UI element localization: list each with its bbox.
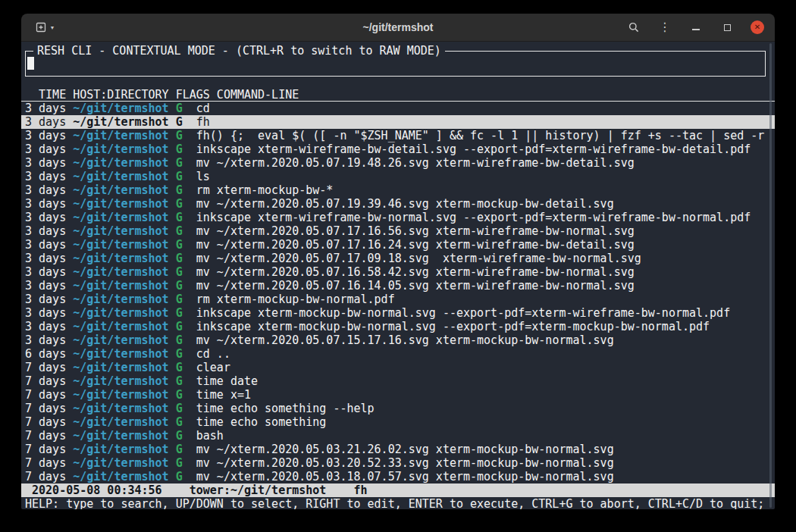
row-flags: G: [176, 443, 183, 456]
row-command: inkscape xterm-wireframe-bw-detail.svg -…: [183, 142, 751, 156]
history-row[interactable]: 3 days ~/git/termshot G mv ~/xterm.2020.…: [21, 156, 775, 170]
search-input[interactable]: RESH CLI - CONTEXTUAL MODE - (CTRL+R to …: [25, 51, 766, 77]
history-row[interactable]: 7 days ~/git/termshot G mv ~/xterm.2020.…: [21, 470, 775, 483]
row-gap: [169, 333, 176, 347]
history-row[interactable]: 3 days ~/git/termshot G mv ~/xterm.2020.…: [21, 197, 775, 211]
row-gap: [169, 361, 176, 374]
row-gap: [169, 170, 176, 183]
menu-button[interactable]: ⋮: [657, 18, 672, 36]
row-directory: ~/git/termshot: [73, 402, 168, 415]
history-row[interactable]: 3 days ~/git/termshot G mv ~/xterm.2020.…: [21, 238, 775, 252]
terminal-content[interactable]: RESH CLI - CONTEXTUAL MODE - (CTRL+R to …: [21, 42, 775, 509]
row-flags: G: [176, 347, 183, 361]
row-flags: G: [176, 361, 183, 374]
row-gap: [169, 443, 176, 456]
history-row[interactable]: 3 days ~/git/termshot G ls: [21, 170, 775, 183]
close-button[interactable]: ✕: [751, 20, 764, 34]
row-time: 7 days: [25, 470, 73, 483]
row-time: 3 days: [25, 252, 73, 265]
row-directory: ~/git/termshot: [73, 238, 168, 252]
history-row[interactable]: 6 days ~/git/termshot G cd ..: [21, 347, 775, 361]
search-button[interactable]: [626, 18, 641, 36]
history-row[interactable]: 3 days ~/git/termshot G fh() {; eval $( …: [21, 129, 775, 142]
history-header: TIME HOST:DIRECTORY FLAGS COMMAND-LINE: [21, 88, 775, 102]
row-directory: ~/git/termshot: [73, 456, 168, 470]
row-command: mv ~/xterm.2020.05.03.21.26.02.svg xterm…: [183, 443, 614, 456]
close-icon: ✕: [754, 23, 760, 31]
history-row[interactable]: 3 days ~/git/termshot G mv ~/xterm.2020.…: [21, 333, 775, 347]
row-flags: G: [176, 388, 183, 402]
row-flags: G: [176, 183, 183, 197]
scrollbar[interactable]: [769, 43, 772, 508]
minimize-button[interactable]: [688, 18, 704, 36]
row-command: mv ~/xterm.2020.05.07.19.39.46.svg xterm…: [183, 197, 614, 211]
row-command: mv ~/xterm.2020.05.07.16.58.42.svg xterm…: [183, 265, 635, 279]
restore-button[interactable]: [719, 18, 735, 36]
status-bar: 2020-05-08 00:34:56 tower:~/git/termshot…: [21, 483, 775, 497]
row-gap: [169, 183, 176, 197]
history-row[interactable]: 3 days ~/git/termshot G rm xterm-mockup-…: [21, 183, 775, 197]
row-directory: ~/git/termshot: [73, 129, 168, 142]
history-rows: 3 days ~/git/termshot G cd3 days ~/git/t…: [21, 102, 775, 483]
row-directory: ~/git/termshot: [73, 279, 168, 293]
row-command: mv ~/xterm.2020.05.07.16.14.05.svg xterm…: [183, 279, 635, 293]
row-flags: G: [176, 279, 183, 293]
row-gap: [169, 115, 176, 129]
history-row[interactable]: 7 days ~/git/termshot G time x=1: [21, 388, 775, 402]
row-gap: [169, 265, 176, 279]
row-time: 6 days: [25, 347, 73, 361]
new-tab-button[interactable]: ▼: [32, 18, 58, 36]
history-row[interactable]: 3 days ~/git/termshot G inkscape xterm-m…: [21, 306, 775, 320]
history-row[interactable]: 3 days ~/git/termshot G cd: [21, 102, 775, 115]
row-time: 7 days: [25, 361, 73, 374]
row-command: mv ~/xterm.2020.05.03.20.52.33.svg xterm…: [183, 456, 614, 470]
row-time: 7 days: [25, 402, 73, 415]
history-row[interactable]: 7 days ~/git/termshot G clear: [21, 361, 775, 374]
row-command: rm xterm-mockup-bw-*: [183, 183, 334, 197]
row-directory: ~/git/termshot: [73, 415, 168, 429]
row-gap: [169, 306, 176, 320]
row-time: 3 days: [25, 211, 73, 224]
row-flags: G: [176, 142, 183, 156]
history-row[interactable]: 3 days ~/git/termshot G inkscape xterm-w…: [21, 211, 775, 224]
history-row-selected[interactable]: 3 days ~/git/termshot G fh: [21, 115, 775, 129]
row-gap: [169, 238, 176, 252]
row-directory: ~/git/termshot: [73, 333, 168, 347]
row-directory: ~/git/termshot: [73, 347, 168, 361]
history-row[interactable]: 3 days ~/git/termshot G inkscape xterm-w…: [21, 142, 775, 156]
blank-line: [21, 77, 775, 88]
titlebar[interactable]: ▼ ~/git/termshot ⋮: [21, 14, 775, 42]
row-gap: [169, 320, 176, 333]
history-row[interactable]: 7 days ~/git/termshot G bash: [21, 429, 775, 443]
history-row[interactable]: 3 days ~/git/termshot G mv ~/xterm.2020.…: [21, 279, 775, 293]
row-directory: ~/git/termshot: [73, 443, 168, 456]
history-row[interactable]: 3 days ~/git/termshot G rm xterm-mockup-…: [21, 293, 775, 306]
row-time: 7 days: [25, 443, 73, 456]
history-row[interactable]: 7 days ~/git/termshot G time echo someth…: [21, 415, 775, 429]
row-time: 3 days: [25, 306, 73, 320]
row-gap: [169, 429, 176, 443]
row-gap: [169, 279, 176, 293]
row-command: fh() {; eval $( ([ -n "$ZSH_NAME" ] && f…: [183, 129, 765, 142]
history-row[interactable]: 3 days ~/git/termshot G inkscape xterm-m…: [21, 320, 775, 333]
history-row[interactable]: 7 days ~/git/termshot G time echo someth…: [21, 402, 775, 415]
row-gap: [169, 374, 176, 388]
history-row[interactable]: 3 days ~/git/termshot G mv ~/xterm.2020.…: [21, 252, 775, 265]
row-gap: [169, 102, 176, 115]
row-time: 7 days: [25, 415, 73, 429]
row-gap: [169, 470, 176, 483]
history-row[interactable]: 7 days ~/git/termshot G time date: [21, 374, 775, 388]
history-row[interactable]: 3 days ~/git/termshot G mv ~/xterm.2020.…: [21, 265, 775, 279]
row-flags: G: [176, 374, 183, 388]
kebab-menu-icon: ⋮: [659, 21, 671, 33]
history-row[interactable]: 7 days ~/git/termshot G mv ~/xterm.2020.…: [21, 443, 775, 456]
row-gap: [169, 388, 176, 402]
history-row[interactable]: 7 days ~/git/termshot G mv ~/xterm.2020.…: [21, 456, 775, 470]
history-row[interactable]: 3 days ~/git/termshot G mv ~/xterm.2020.…: [21, 224, 775, 238]
search-icon: [628, 21, 640, 33]
row-time: 3 days: [25, 320, 73, 333]
row-command: cd ..: [183, 347, 230, 361]
row-command: inkscape xterm-mockup-bw-normal.svg --ex…: [183, 306, 730, 320]
row-directory: ~/git/termshot: [73, 224, 168, 238]
row-directory: ~/git/termshot: [73, 388, 168, 402]
